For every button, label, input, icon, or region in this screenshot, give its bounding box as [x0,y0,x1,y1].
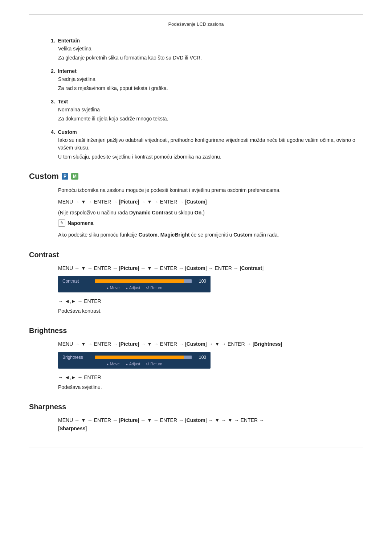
custom-menu-path: MENU → ▼ → ENTER → [Picture] → ▼ → ENTER… [58,198,363,206]
contrast-menu-path: MENU → ▼ → ENTER → [Picture] → ▼ → ENTER… [58,264,363,272]
list-item-4-number: 4. Custom [51,129,363,135]
page-title: Podešavanje LCD zaslona [29,21,363,27]
list-item-2-sub2: Za rad s mješavinom slika, poput teksta … [58,85,363,92]
list-item-1: 1. Entertain Velika svjetlina Za gledanj… [51,38,363,62]
brightness-osd-move: ⬥ Move [106,362,120,366]
contrast-body: Podešava kontrast. [58,307,363,315]
custom-note-body: Ako podesite sliku pomoću funkcije Custo… [58,231,363,239]
numbered-list: 1. Entertain Velika svjetlina Za gledanj… [51,38,363,161]
list-item-3-number: 3. Text [51,99,363,104]
brightness-osd-row: Brightness 100 [62,355,206,360]
brightness-osd-bar-fill [95,356,184,359]
brightness-arrow-text: → ◄,► → ENTER [58,374,363,380]
brightness-osd-widget: Brightness 100 ⬥ Move ⬥ Adjust ↺ Return [58,352,211,369]
list-item-1-sub1: Velika svjetlina [58,45,363,53]
brightness-osd-bar-bg [95,356,192,359]
contrast-osd-return: ↺ Return [146,286,162,290]
contrast-osd-adjust: ⬥ Adjust [126,286,140,290]
brightness-osd-value: 100 [195,355,206,360]
custom-body: Pomoću izbornika na zaslonu moguće je po… [58,186,363,194]
contrast-osd-value: 100 [195,279,206,284]
badge-m: M [71,173,78,180]
contrast-osd-row: Contrast 100 [62,279,206,284]
contrast-osd-bar-bg [95,279,192,283]
brightness-osd-return: ↺ Return [146,362,162,366]
contrast-heading: Contrast [29,251,363,259]
brightness-heading: Brightness [29,327,363,335]
top-rule [29,15,363,15]
list-item-4-sub2: U tom slučaju, podesite svjetlinu i kont… [58,153,363,161]
bottom-rule [29,447,363,447]
contrast-arrow-text: → ◄,► → ENTER [58,298,363,304]
list-item-3: 3. Text Normalna svjetlina Za dokumente … [51,99,363,123]
contrast-osd-controls: ⬥ Move ⬥ Adjust ↺ Return [62,286,206,290]
note-icon: ✎ [58,219,65,227]
sharpness-heading: Sharpness [29,403,363,411]
contrast-osd-label: Contrast [62,279,91,284]
list-item-1-sub2: Za gledanje pokretnih slika u formatima … [58,54,363,62]
list-item-2: 2. Internet Srednja svjetlina Za rad s m… [51,68,363,92]
list-item-3-sub1: Normalna svjetlina [58,106,363,114]
custom-note-block: ✎ Napomena [58,219,363,227]
list-item-1-number: 1. Entertain [51,38,363,44]
list-item-2-number: 2. Internet [51,68,363,74]
brightness-osd-label: Brightness [62,355,91,360]
contrast-osd-move: ⬥ Move [106,286,120,290]
page-container: Podešavanje LCD zaslona 1. Entertain Vel… [0,0,392,469]
list-item-2-sub1: Srednja svjetlina [58,75,363,83]
contrast-osd-widget: Contrast 100 ⬥ Move ⬥ Adjust ↺ Return [58,276,211,292]
custom-section-heading: Custom P M [29,172,363,181]
brightness-menu-path: MENU → ▼ → ENTER → [Picture] → ▼ → ENTER… [58,340,363,348]
brightness-osd-controls: ⬥ Move ⬥ Adjust ↺ Return [62,362,206,366]
list-item-4-sub1: Iako su naši inženjeri pažljivo odabrali… [58,136,363,152]
badge-p: P [62,173,68,180]
list-item-4: 4. Custom Iako su naši inženjeri pažljiv… [51,129,363,161]
note-text: Napomena [68,219,94,227]
brightness-body: Podešava svjetlinu. [58,383,363,391]
contrast-osd-bar-fill [95,279,184,283]
sharpness-menu-path: MENU → ▼ → ENTER → [Picture] → ▼ → ENTER… [58,416,363,432]
list-item-3-sub2: Za dokumente ili djela koja sadrže mnogo… [58,115,363,123]
custom-italic-note: (Nije raspoloživo u načinu rada Dynamic … [58,210,363,216]
brightness-osd-adjust: ⬥ Adjust [126,362,140,366]
